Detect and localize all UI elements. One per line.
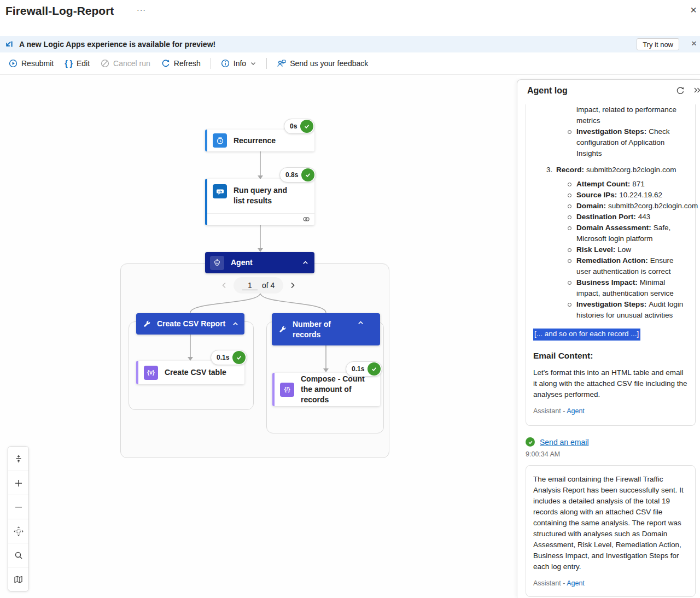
compose-label: Compose - Count the amount of records xyxy=(301,374,377,405)
message-footer: Assistant - Agent xyxy=(533,578,687,589)
page-pill: of 4 xyxy=(234,277,283,294)
page-number-input[interactable] xyxy=(242,281,258,290)
log-field-item: Destination Port:443 xyxy=(533,212,689,222)
csv-table-accent xyxy=(136,361,138,384)
feedback-icon xyxy=(277,59,286,68)
chevron-down-icon xyxy=(250,60,256,67)
compose-status-badge: 0.1s xyxy=(346,361,382,377)
prev-page-icon[interactable] xyxy=(220,282,228,289)
log-bullet-item: Investigation Steps:Check configuration … xyxy=(533,126,689,159)
search-button[interactable] xyxy=(8,543,28,567)
recurrence-label: Recurrence xyxy=(234,136,280,146)
log-field-item: Source IPs:10.224.19.62 xyxy=(533,190,689,201)
log-field-item: Investigation Steps:Audit login historie… xyxy=(533,299,689,321)
success-check-icon xyxy=(300,120,313,133)
selected-text-highlight: [... and so on for each record ...] xyxy=(533,329,640,341)
run-query-footer xyxy=(207,213,314,225)
workflow-connectors xyxy=(0,75,517,598)
run-toolbar: Resubmit { } Edit Cancel run Refresh Inf… xyxy=(0,52,700,75)
email-content-body: Let's format this into an HTML table and… xyxy=(533,367,689,400)
csv-table-icon: {v} xyxy=(144,366,158,380)
collapse-chevron-icon[interactable] xyxy=(302,259,309,266)
create-csv-report-label: Create CSV Report xyxy=(157,319,226,329)
resubmit-icon xyxy=(9,59,18,68)
agent-label: Agent xyxy=(231,257,296,268)
panel-collapse-icon[interactable] xyxy=(693,86,700,94)
log-field-item: Remediation Action:Ensure user authentic… xyxy=(533,255,689,277)
preview-banner: A new Logic Apps experience is available… xyxy=(0,36,700,52)
info-icon xyxy=(221,59,230,68)
banner-close-icon[interactable]: × xyxy=(691,39,697,48)
agent-robot-icon xyxy=(210,256,224,270)
compose-accent xyxy=(272,373,275,406)
log-field-item: Domain Assessment:Safe, Microsoft login … xyxy=(533,222,689,244)
send-email-step: Send an email xyxy=(526,437,695,447)
success-check-icon xyxy=(368,362,381,376)
run-query-status-badge: 0.8s xyxy=(279,167,316,183)
try-it-now-button[interactable]: Try it now xyxy=(637,38,679,50)
send-an-email-link[interactable]: Send an email xyxy=(540,438,589,447)
minimap-button[interactable] xyxy=(8,567,28,591)
log-continuation-text: impact, related to performance metrics xyxy=(576,104,689,126)
edit-braces-icon: { } xyxy=(65,59,73,68)
recurrence-status-badge: 0s xyxy=(284,119,315,134)
zoom-in-button[interactable] xyxy=(8,471,28,495)
pan-mode-button[interactable] xyxy=(8,519,28,543)
assistant-result-card: The email containing the Firewall Traffi… xyxy=(526,465,696,597)
more-options-button[interactable]: ··· xyxy=(137,5,146,14)
run-query-icon xyxy=(213,184,227,198)
refresh-button[interactable]: Refresh xyxy=(156,56,206,71)
compose-node[interactable]: {/} Compose - Count the amount of record… xyxy=(272,373,380,406)
wrench-icon xyxy=(143,320,151,328)
log-field-item: Business Impact:Minimal impact, authenti… xyxy=(533,277,689,299)
step-timestamp: 9:00:34 AM xyxy=(526,450,695,458)
cancel-icon xyxy=(101,59,109,68)
success-check-icon xyxy=(232,351,246,364)
connection-icon xyxy=(302,215,310,225)
csv-table-label: Create CSV table xyxy=(165,367,231,378)
info-button[interactable]: Info xyxy=(215,56,262,71)
number-of-records-label: Number of records xyxy=(293,319,352,340)
log-field-item: Risk Level:Low xyxy=(533,244,689,255)
compose-icon: {/} xyxy=(280,383,294,397)
log-field-item: Attempt Count:871 xyxy=(533,179,689,190)
next-page-icon[interactable] xyxy=(289,282,296,289)
edit-button[interactable]: { } Edit xyxy=(59,56,95,71)
agent-link[interactable]: Agent xyxy=(567,579,585,587)
agent-log-body: impact, related to performance metrics I… xyxy=(517,104,700,598)
refresh-icon xyxy=(161,59,170,68)
workflow-canvas: Recurrence 0s Run query and list results… xyxy=(0,75,517,598)
page-count-label: of 4 xyxy=(262,281,275,290)
assistant-message-card: impact, related to performance metrics I… xyxy=(526,104,696,426)
agent-log-title: Agent log xyxy=(527,86,568,96)
recurrence-clock-icon xyxy=(213,133,227,148)
collapse-chevron-icon[interactable] xyxy=(357,319,364,326)
agent-node-header[interactable]: Agent xyxy=(205,252,314,273)
wrench-icon xyxy=(278,325,287,333)
agent-pagination: of 4 xyxy=(220,277,302,294)
panel-refresh-icon[interactable] xyxy=(676,86,685,95)
feedback-button[interactable]: Send us your feedback xyxy=(271,56,374,71)
resubmit-button[interactable]: Resubmit xyxy=(3,56,59,71)
zoom-out-button[interactable] xyxy=(8,495,28,519)
canvas-zoom-toolbar xyxy=(8,446,29,591)
agent-link[interactable]: Agent xyxy=(567,407,585,415)
page-title: Firewall-Log-Report xyxy=(5,4,114,17)
agent-log-header: Agent log xyxy=(517,80,700,104)
toolbar-divider xyxy=(266,58,267,69)
banner-text: A new Logic Apps experience is available… xyxy=(19,40,215,49)
cancel-run-button[interactable]: Cancel run xyxy=(95,56,156,71)
toolbar-divider xyxy=(211,58,211,69)
create-csv-report-header[interactable]: Create CSV Report xyxy=(136,313,244,335)
agent-log-panel: Agent log impact, related to performance… xyxy=(517,79,700,598)
logic-apps-preview-icon xyxy=(5,40,14,49)
run-query-label: Run query and list results xyxy=(234,185,305,206)
success-check-icon xyxy=(301,168,314,181)
window-close-button[interactable]: × xyxy=(690,4,697,15)
collapse-chevron-icon[interactable] xyxy=(232,320,239,327)
run-query-node[interactable]: Run query and list results xyxy=(205,179,314,225)
csv-table-status-badge: 0.1s xyxy=(211,350,247,365)
number-of-records-header[interactable]: Number of records xyxy=(272,313,380,345)
fit-view-button[interactable] xyxy=(8,447,28,471)
title-bar: Firewall-Log-Report ··· × xyxy=(0,0,700,36)
